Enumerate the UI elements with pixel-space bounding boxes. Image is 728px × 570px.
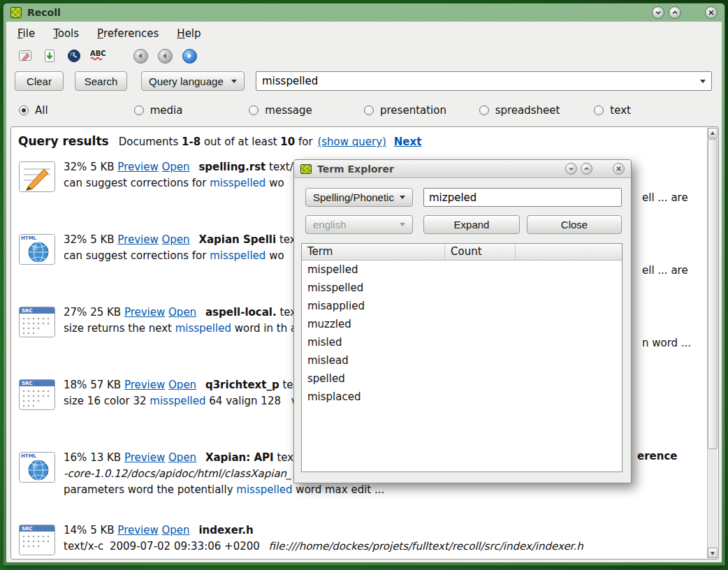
term-row[interactable]: misled: [302, 333, 622, 351]
result-size: 25 KB: [90, 306, 121, 319]
result-title: q3richtext_p: [205, 379, 279, 391]
close-icon[interactable]: [613, 163, 625, 175]
open-link[interactable]: Open: [168, 306, 196, 319]
scroll-down-icon[interactable]: [708, 548, 718, 558]
open-link[interactable]: Open: [162, 233, 190, 246]
term-row[interactable]: spelled: [302, 370, 622, 388]
result-score: 18%: [64, 379, 87, 391]
preview-link[interactable]: Preview: [124, 379, 165, 391]
query-combobox[interactable]: [256, 71, 712, 91]
save-page-icon[interactable]: [41, 47, 59, 65]
radio-all[interactable]: [19, 105, 29, 115]
source-code-icon: SRC: [18, 379, 56, 441]
dialog-controls: [565, 163, 625, 175]
highlighted-term: misspelled: [236, 483, 292, 496]
menu-help[interactable]: Help: [174, 26, 203, 41]
result-size: 5 KB: [90, 524, 114, 536]
table-header: Term Count: [302, 244, 622, 261]
clear-search-icon[interactable]: [16, 47, 34, 65]
shade-icon[interactable]: [565, 163, 577, 175]
show-query-link[interactable]: (show query): [317, 136, 386, 148]
source-code-icon: SRC: [18, 524, 56, 555]
column-header-term[interactable]: Term: [302, 244, 445, 261]
term-row[interactable]: misplaced: [302, 388, 622, 406]
combobox-arrow-icon[interactable]: [700, 80, 706, 83]
nav-first-icon[interactable]: [131, 47, 150, 65]
radio-media[interactable]: [134, 105, 144, 115]
term-row[interactable]: muzzled: [302, 315, 622, 333]
scroll-up-icon[interactable]: [708, 128, 718, 138]
app-icon: [10, 7, 22, 18]
result-score: 32%: [64, 161, 87, 173]
term-row[interactable]: misspelled: [302, 279, 622, 297]
preview-link[interactable]: Preview: [124, 306, 165, 319]
filetype-filter-row: All media message presentation spreadshe…: [6, 100, 722, 121]
filter-spreadsheet[interactable]: spreadsheet: [479, 104, 595, 117]
window-titlebar[interactable]: Recoll: [3, 3, 725, 22]
dialog-titlebar[interactable]: Term Explorer: [294, 160, 631, 178]
chevron-down-icon: [400, 196, 405, 199]
scrollbar-thumb[interactable]: [708, 139, 718, 449]
html-globe-icon: HTML: [18, 233, 56, 296]
term-input[interactable]: [423, 188, 622, 207]
close-icon[interactable]: [705, 6, 718, 19]
results-scrollbar[interactable]: [707, 128, 718, 558]
clear-button[interactable]: Clear: [15, 71, 64, 91]
nav-prev-icon[interactable]: [156, 47, 174, 65]
history-clock-icon[interactable]: [65, 47, 83, 65]
svg-text:HTML: HTML: [21, 453, 37, 459]
highlighted-term: misspelled: [210, 177, 265, 189]
unshade-icon[interactable]: [581, 163, 592, 175]
result-snippet: parameters word the potentially misspell…: [64, 483, 384, 496]
query-language-dropdown[interactable]: Query language: [141, 71, 245, 91]
toolbar: ABC: [6, 44, 722, 69]
occluded-text-fragment: n word ...: [642, 337, 691, 349]
desktop-background: Recoll File Tools Preferences Help: [0, 0, 728, 570]
text-document-icon: [18, 161, 56, 224]
term-row[interactable]: mislead: [302, 351, 622, 370]
radio-spreadsheet[interactable]: [479, 105, 489, 115]
unshade-icon[interactable]: [669, 6, 681, 19]
result-title: Xapian: API: [205, 451, 274, 464]
spellcheck-abc-icon[interactable]: ABC: [89, 47, 108, 65]
radio-message[interactable]: [249, 105, 259, 115]
window-controls: [652, 6, 718, 19]
open-link[interactable]: Open: [168, 451, 196, 464]
preview-link[interactable]: Preview: [117, 233, 158, 246]
result-range: 1-8: [182, 136, 201, 148]
filter-all[interactable]: All: [19, 104, 134, 117]
preview-link[interactable]: Preview: [117, 524, 158, 536]
menu-preferences[interactable]: Preferences: [94, 26, 161, 41]
open-link[interactable]: Open: [162, 524, 190, 536]
filter-message[interactable]: message: [249, 104, 364, 117]
search-button[interactable]: Search: [75, 71, 127, 91]
open-link[interactable]: Open: [162, 161, 190, 173]
term-row[interactable]: misapplied: [302, 297, 622, 315]
close-button[interactable]: Close: [527, 215, 622, 234]
shade-icon[interactable]: [652, 6, 664, 19]
next-page-link[interactable]: Next: [394, 136, 422, 148]
preview-link[interactable]: Preview: [117, 161, 158, 173]
result-snippet: can suggest corrections for misspelled w…: [64, 177, 284, 189]
results-header: Query results Documents 1-8 out of at le…: [15, 129, 706, 159]
expand-button[interactable]: Expand: [423, 215, 520, 234]
svg-text:HTML: HTML: [21, 235, 37, 241]
menu-file[interactable]: File: [15, 26, 38, 41]
nav-next-icon[interactable]: [180, 47, 198, 65]
chevron-down-icon: [231, 80, 237, 83]
filter-presentation[interactable]: presentation: [364, 104, 479, 117]
query-input[interactable]: [256, 75, 700, 87]
result-size: 57 KB: [90, 379, 121, 391]
column-header-count[interactable]: Count: [445, 244, 516, 261]
expansion-mode-dropdown[interactable]: Spelling/Phonetic: [305, 188, 413, 207]
result-size: 13 KB: [90, 451, 121, 464]
term-row[interactable]: mispelled: [302, 261, 622, 279]
radio-text[interactable]: [594, 105, 604, 115]
preview-link[interactable]: Preview: [124, 451, 165, 464]
occluded-text-fragment: ell ... are: [642, 264, 688, 277]
filter-media[interactable]: media: [134, 104, 249, 117]
radio-presentation[interactable]: [364, 105, 374, 115]
open-link[interactable]: Open: [168, 379, 196, 391]
filter-text[interactable]: text: [594, 104, 709, 117]
menu-tools[interactable]: Tools: [50, 26, 82, 41]
